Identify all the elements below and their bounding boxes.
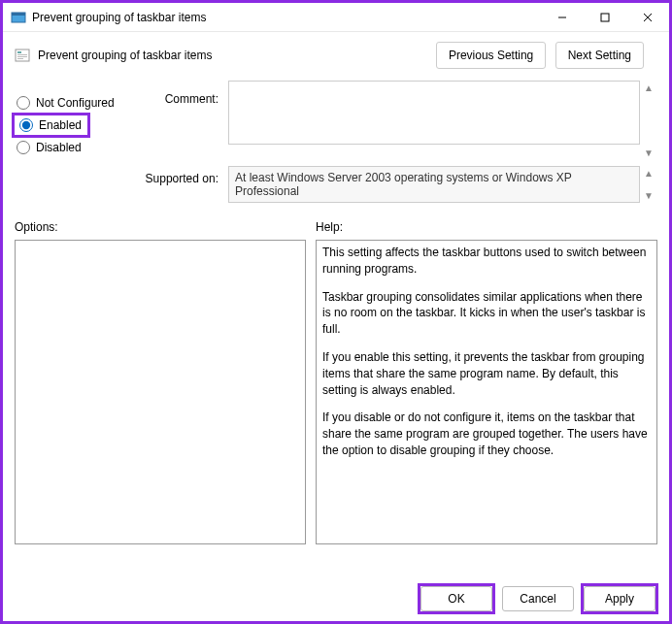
options-label: Options: [15,220,316,234]
close-button[interactable] [626,3,669,32]
help-paragraph: This setting affects the taskbar buttons… [322,245,651,278]
svg-rect-10 [17,58,23,59]
radio-disabled-label: Disabled [36,141,82,154]
help-paragraph: Taskbar grouping consolidates similar ap… [322,289,651,338]
svg-rect-8 [17,54,27,55]
supported-row: Supported on: At least Windows Server 20… [3,160,669,207]
svg-rect-3 [601,14,609,21]
supported-scroll: ▲ ▼ [640,166,657,203]
help-panel[interactable]: This setting affects the taskbar buttons… [316,240,657,544]
window-title: Prevent grouping of taskbar items [32,11,541,24]
radio-enabled-label: Enabled [39,118,82,132]
previous-setting-button[interactable]: Previous Setting [436,42,546,69]
radio-disabled[interactable]: Disabled [15,135,151,160]
ok-button[interactable]: OK [420,586,492,611]
radio-not-configured-label: Not Configured [36,96,115,110]
supported-value: At least Windows Server 2003 operating s… [228,166,640,203]
help-paragraph: If you enable this setting, it prevents … [322,349,651,398]
supported-label: Supported on: [15,166,228,185]
config-area: Not Configured Enabled Disabled Comment:… [3,75,669,160]
subheader: Prevent grouping of taskbar items Previo… [3,32,669,75]
section-labels: Options: Help: [3,207,669,238]
policy-icon [15,48,30,63]
footer-buttons: OK Cancel Apply [420,586,655,611]
titlebar: Prevent grouping of taskbar items [3,3,669,32]
radio-disabled-input[interactable] [17,141,30,154]
window-buttons [541,3,669,32]
scroll-down-icon[interactable]: ▼ [644,190,654,201]
comment-scroll: ▲ ▼ [640,81,657,160]
radio-enabled-input[interactable] [19,118,33,132]
nav-buttons: Previous Setting Next Setting [430,42,657,69]
scroll-up-icon[interactable]: ▲ [644,168,654,179]
scroll-up-icon[interactable]: ▲ [644,82,654,93]
policy-title: Prevent grouping of taskbar items [38,49,430,62]
state-radios: Not Configured Enabled Disabled [15,81,151,160]
maximize-button[interactable] [584,3,626,32]
apply-button[interactable]: Apply [584,586,655,611]
help-label: Help: [316,220,657,234]
comment-field: ▲ ▼ [228,81,657,160]
minimize-button[interactable] [541,3,584,32]
radio-not-configured-input[interactable] [17,96,30,110]
options-panel[interactable] [15,240,306,544]
scroll-down-icon[interactable]: ▼ [644,148,654,158]
cancel-button[interactable]: Cancel [502,586,574,611]
svg-rect-7 [17,51,21,53]
svg-rect-9 [17,56,27,57]
apply-highlight: Apply [581,583,658,614]
ok-highlight: OK [418,583,495,614]
app-icon [11,10,26,25]
comment-label: Comment: [151,81,228,160]
svg-rect-1 [12,13,25,16]
panels: This setting affects the taskbar buttons… [3,238,669,544]
comment-input[interactable] [228,81,640,145]
help-paragraph: If you disable or do not configure it, i… [322,410,651,458]
next-setting-button[interactable]: Next Setting [555,42,644,69]
